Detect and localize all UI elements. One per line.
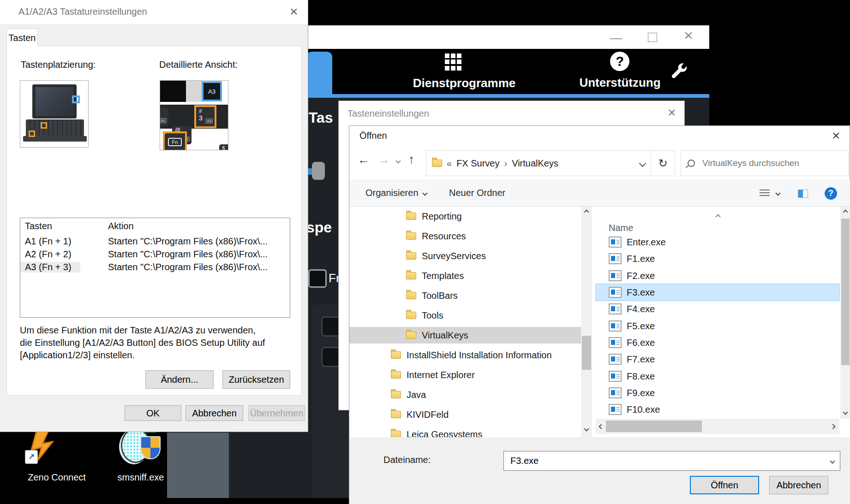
wrench-icon[interactable]: [668, 62, 688, 82]
reset-button[interactable]: Zurücksetzen: [222, 370, 290, 389]
a3-key-highlight: A3: [202, 81, 222, 101]
tree-item[interactable]: SurveyServices: [349, 248, 581, 264]
close-icon[interactable]: ×: [290, 5, 298, 18]
file-row[interactable]: F1.exe: [596, 250, 839, 267]
tab-dienstprogramme[interactable]: Dienstprogramme: [404, 53, 524, 90]
file-row[interactable]: F5.exe: [596, 318, 839, 334]
up-button[interactable]: ↑: [408, 152, 414, 166]
tree-item-label: Resources: [422, 231, 466, 242]
tab-unterstuetzung[interactable]: ? Unterstützung: [570, 52, 670, 90]
tree-scrollbar[interactable]: [581, 207, 592, 437]
scrollbar-thumb[interactable]: [606, 421, 702, 432]
file-row-selected[interactable]: F3.exe: [596, 284, 839, 301]
scroll-up-icon[interactable]: [584, 209, 589, 214]
scrollbar-thumb[interactable]: [582, 336, 591, 370]
scroll-down-icon[interactable]: [843, 409, 848, 415]
column-header-aktion[interactable]: Aktion: [108, 221, 134, 231]
maximize-button[interactable]: [648, 33, 657, 42]
help-icon[interactable]: ?: [825, 187, 837, 200]
scroll-left-icon[interactable]: [599, 424, 604, 429]
table-row[interactable]: A1 (Fn + 1) Starten "C:\Program Files (x…: [20, 235, 290, 248]
breadcrumb-item[interactable]: VirtualKeys: [512, 158, 558, 169]
note-line: Um diese Funktion mit der Taste A1/A2/A3…: [20, 324, 265, 337]
key-3: # 3 A3: [196, 107, 215, 126]
change-button[interactable]: Ändern...: [145, 370, 214, 389]
file-row[interactable]: F8.exe: [596, 368, 839, 385]
file-row[interactable]: F7.exe: [596, 351, 839, 368]
close-icon[interactable]: ×: [668, 106, 676, 119]
forward-button[interactable]: →: [378, 153, 390, 167]
ok-button[interactable]: OK: [125, 405, 181, 421]
file-row[interactable]: Enter.exe: [596, 234, 839, 250]
breadcrumb-collapsed[interactable]: «: [447, 158, 452, 169]
scroll-down-icon[interactable]: [584, 426, 589, 431]
breadcrumb[interactable]: « FX Survey › VirtualKeys: [426, 150, 651, 176]
new-folder-button[interactable]: Neuer Ordner: [449, 188, 505, 198]
file-name: F10.exe: [627, 404, 660, 415]
filename-combobox[interactable]: [503, 451, 840, 471]
open-button[interactable]: Öffnen: [690, 476, 759, 494]
filename-input[interactable]: [509, 455, 831, 467]
search-input[interactable]: [701, 158, 832, 169]
tree-item[interactable]: Tools: [349, 307, 581, 324]
tree-item[interactable]: Reporting: [349, 208, 581, 225]
search-box[interactable]: [681, 150, 849, 176]
active-side-tab[interactable]: [306, 52, 332, 94]
scroll-up-icon[interactable]: [843, 209, 848, 214]
table-row-selected[interactable]: A3 (Fn + 3) Starten "C:\Program Files (x…: [20, 261, 290, 273]
close-button[interactable]: ×: [684, 26, 693, 44]
a3-badge: A3: [205, 119, 213, 124]
hidden-checkbox[interactable]: [308, 269, 327, 288]
tree-item[interactable]: KIVIDFeld: [349, 406, 581, 423]
view-dropdown-chevron[interactable]: [775, 190, 780, 196]
tree-item[interactable]: Leica Geosystems: [349, 426, 581, 437]
tree-item[interactable]: Java: [349, 386, 581, 403]
tree-item[interactable]: Internet Explorer: [349, 367, 581, 383]
open-button-label: Öffnen: [711, 480, 738, 491]
fn-key: Fn: [165, 133, 185, 150]
reset-button-label: Zurücksetzen: [228, 374, 284, 385]
address-dropdown-chevron[interactable]: [639, 160, 646, 167]
exe-file-icon: [609, 354, 622, 365]
file-row[interactable]: F2.exe: [596, 267, 839, 284]
column-header-tasten[interactable]: Tasten: [20, 221, 108, 231]
tree-item[interactable]: InstallShield Installation Information: [349, 347, 581, 363]
table-row[interactable]: A2 (Fn + 2) Starten "C:\Program Files (x…: [20, 248, 290, 261]
refresh-button[interactable]: ↻: [651, 150, 675, 176]
files-hscrollbar[interactable]: [596, 419, 839, 434]
recent-locations-chevron[interactable]: [395, 158, 401, 163]
minimize-button[interactable]: —: [610, 31, 622, 45]
column-header-name[interactable]: Name: [609, 223, 633, 233]
file-row[interactable]: F6.exe: [596, 334, 839, 351]
close-icon[interactable]: ×: [832, 129, 840, 142]
exe-file-icon: [609, 237, 622, 248]
desktop: ↗ Zeno Connect smsniff.exe — × Dienstpro…: [0, 0, 850, 504]
back-button[interactable]: ←: [358, 153, 370, 167]
organize-menu[interactable]: Organisieren: [365, 188, 427, 198]
search-icon: [688, 160, 695, 167]
change-view-icon[interactable]: [760, 190, 770, 198]
files-scrollbar[interactable]: [840, 207, 850, 419]
laptop-screen: [32, 84, 77, 119]
preview-pane-icon[interactable]: [798, 190, 808, 198]
tree-item[interactable]: Resources: [349, 228, 581, 244]
tree-item-selected[interactable]: VirtualKeys: [349, 327, 581, 344]
breadcrumb-item[interactable]: FX Survey: [456, 158, 499, 169]
scrollbar-thumb[interactable]: [841, 219, 850, 365]
tab-tasten[interactable]: Tasten: [6, 29, 38, 47]
filename-dropdown-chevron[interactable]: [830, 458, 835, 463]
tree-item[interactable]: Templates: [349, 267, 581, 284]
desktop-icon-smsniff[interactable]: smsniff.exe: [111, 424, 171, 485]
scroll-right-icon[interactable]: [830, 424, 835, 429]
desktop-icon-zeno-connect[interactable]: ↗ Zeno Connect: [22, 429, 91, 485]
laptop-placement-image: [20, 80, 89, 148]
cancel-button[interactable]: Abbrechen: [769, 476, 828, 494]
tree-item[interactable]: ToolBars: [349, 287, 581, 304]
file-row[interactable]: F10.exe: [596, 401, 839, 418]
apply-button-disabled[interactable]: Übernehmen: [248, 405, 305, 421]
cancel-button[interactable]: Abbrechen: [186, 405, 243, 421]
key-action-table[interactable]: Tasten Aktion A1 (Fn + 1) Starten "C:\Pr…: [20, 218, 290, 318]
file-row[interactable]: F9.exe: [596, 385, 839, 401]
note-line: [Application1/2/3] einstellen.: [20, 349, 265, 362]
file-row[interactable]: F4.exe: [596, 301, 839, 317]
